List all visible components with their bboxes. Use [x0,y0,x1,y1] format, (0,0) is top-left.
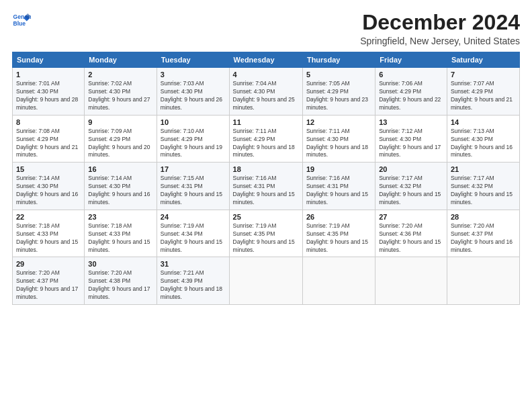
calendar-week-row: 8Sunrise: 7:08 AMSunset: 4:29 PMDaylight… [13,115,520,163]
day-number: 8 [16,118,81,126]
day-info: Sunrise: 7:14 AMSunset: 4:30 PMDaylight:… [88,175,153,207]
day-number: 9 [88,118,153,126]
day-info: Sunrise: 7:20 AMSunset: 4:37 PMDaylight:… [16,269,81,302]
day-number: 24 [161,213,226,221]
calendar-cell: 6Sunrise: 7:06 AMSunset: 4:29 PMDaylight… [375,68,447,116]
day-number: 31 [161,260,226,268]
day-info: Sunrise: 7:18 AMSunset: 4:33 PMDaylight:… [88,222,153,255]
day-of-week-header: Sunday [13,52,85,68]
day-info: Sunrise: 7:21 AMSunset: 4:39 PMDaylight:… [161,269,226,302]
day-number: 29 [16,260,81,268]
svg-text:Blue: Blue [13,20,26,27]
calendar-cell: 14Sunrise: 7:13 AMSunset: 4:30 PMDayligh… [447,115,519,163]
day-info: Sunrise: 7:20 AMSunset: 4:37 PMDaylight:… [451,222,516,255]
day-info: Sunrise: 7:04 AMSunset: 4:30 PMDaylight:… [233,80,299,112]
day-number: 6 [379,71,443,79]
calendar-subtitle: Springfield, New Jersey, United States [360,36,520,46]
calendar-cell: 3Sunrise: 7:03 AMSunset: 4:30 PMDaylight… [157,68,229,116]
day-number: 21 [451,165,516,173]
day-number: 7 [451,71,516,79]
calendar-cell: 16Sunrise: 7:14 AMSunset: 4:30 PMDayligh… [85,163,157,210]
calendar-cell: 15Sunrise: 7:14 AMSunset: 4:30 PMDayligh… [13,163,85,210]
calendar-cell: 20Sunrise: 7:17 AMSunset: 4:32 PMDayligh… [375,163,447,210]
day-number: 28 [451,213,516,221]
page: General Blue December 2024 Springfield, … [0,0,532,411]
day-number: 18 [233,165,299,173]
calendar-week-row: 15Sunrise: 7:14 AMSunset: 4:30 PMDayligh… [13,163,520,210]
title-block: December 2024 Springfield, New Jersey, U… [360,11,520,46]
calendar-cell: 18Sunrise: 7:16 AMSunset: 4:31 PMDayligh… [229,163,302,210]
day-number: 23 [88,213,153,221]
day-of-week-header: Thursday [302,52,375,68]
day-info: Sunrise: 7:19 AMSunset: 4:34 PMDaylight:… [161,222,226,255]
day-number: 20 [379,165,443,173]
day-info: Sunrise: 7:05 AMSunset: 4:29 PMDaylight:… [306,80,371,112]
calendar-cell: 9Sunrise: 7:09 AMSunset: 4:29 PMDaylight… [85,115,157,163]
day-of-week-header: Saturday [447,52,519,68]
day-info: Sunrise: 7:18 AMSunset: 4:33 PMDaylight:… [16,222,81,255]
calendar-cell: 2Sunrise: 7:02 AMSunset: 4:30 PMDaylight… [85,68,157,116]
calendar-cell: 7Sunrise: 7:07 AMSunset: 4:29 PMDaylight… [447,68,519,116]
day-info: Sunrise: 7:16 AMSunset: 4:31 PMDaylight:… [233,175,299,207]
calendar-table: SundayMondayTuesdayWednesdayThursdayFrid… [12,52,520,305]
calendar-cell: 11Sunrise: 7:11 AMSunset: 4:29 PMDayligh… [229,115,302,163]
day-info: Sunrise: 7:11 AMSunset: 4:30 PMDaylight:… [306,128,371,160]
day-info: Sunrise: 7:07 AMSunset: 4:29 PMDaylight:… [451,80,516,112]
day-info: Sunrise: 7:13 AMSunset: 4:30 PMDaylight:… [451,128,516,160]
calendar-cell: 10Sunrise: 7:10 AMSunset: 4:29 PMDayligh… [157,115,229,163]
day-info: Sunrise: 7:16 AMSunset: 4:31 PMDaylight:… [306,175,371,207]
day-number: 26 [306,213,371,221]
day-info: Sunrise: 7:12 AMSunset: 4:30 PMDaylight:… [379,128,443,160]
calendar-cell [229,257,302,305]
day-number: 11 [233,118,299,126]
day-number: 15 [16,165,81,173]
calendar-cell: 4Sunrise: 7:04 AMSunset: 4:30 PMDaylight… [229,68,302,116]
day-number: 3 [161,71,226,79]
day-info: Sunrise: 7:02 AMSunset: 4:30 PMDaylight:… [88,80,153,112]
calendar-cell: 12Sunrise: 7:11 AMSunset: 4:30 PMDayligh… [302,115,375,163]
calendar-title: December 2024 [360,11,520,34]
day-number: 22 [16,213,81,221]
day-number: 13 [379,118,443,126]
calendar-cell: 8Sunrise: 7:08 AMSunset: 4:29 PMDaylight… [13,115,85,163]
calendar-cell: 30Sunrise: 7:20 AMSunset: 4:38 PMDayligh… [85,257,157,305]
day-of-week-header: Monday [85,52,157,68]
day-info: Sunrise: 7:11 AMSunset: 4:29 PMDaylight:… [233,128,299,160]
calendar-cell: 25Sunrise: 7:19 AMSunset: 4:35 PMDayligh… [229,210,302,257]
day-number: 4 [233,71,299,79]
day-number: 16 [88,165,153,173]
day-number: 5 [306,71,371,79]
day-info: Sunrise: 7:19 AMSunset: 4:35 PMDaylight:… [306,222,371,255]
day-number: 14 [451,118,516,126]
calendar-cell: 13Sunrise: 7:12 AMSunset: 4:30 PMDayligh… [375,115,447,163]
day-info: Sunrise: 7:06 AMSunset: 4:29 PMDaylight:… [379,80,443,112]
day-of-week-header: Wednesday [229,52,302,68]
day-number: 1 [16,71,81,79]
day-info: Sunrise: 7:20 AMSunset: 4:36 PMDaylight:… [379,222,443,255]
day-info: Sunrise: 7:14 AMSunset: 4:30 PMDaylight:… [16,175,81,207]
day-of-week-header: Friday [375,52,447,68]
day-info: Sunrise: 7:09 AMSunset: 4:29 PMDaylight:… [88,128,153,160]
day-number: 19 [306,165,371,173]
calendar-header-row: SundayMondayTuesdayWednesdayThursdayFrid… [13,52,520,68]
calendar-cell: 23Sunrise: 7:18 AMSunset: 4:33 PMDayligh… [85,210,157,257]
calendar-cell: 31Sunrise: 7:21 AMSunset: 4:39 PMDayligh… [157,257,229,305]
day-info: Sunrise: 7:01 AMSunset: 4:30 PMDaylight:… [16,80,81,112]
day-number: 30 [88,260,153,268]
calendar-cell: 17Sunrise: 7:15 AMSunset: 4:31 PMDayligh… [157,163,229,210]
calendar-cell: 1Sunrise: 7:01 AMSunset: 4:30 PMDaylight… [13,68,85,116]
calendar-cell: 27Sunrise: 7:20 AMSunset: 4:36 PMDayligh… [375,210,447,257]
day-info: Sunrise: 7:20 AMSunset: 4:38 PMDaylight:… [88,269,153,302]
day-info: Sunrise: 7:03 AMSunset: 4:30 PMDaylight:… [161,80,226,112]
calendar-cell: 29Sunrise: 7:20 AMSunset: 4:37 PMDayligh… [13,257,85,305]
calendar-cell: 28Sunrise: 7:20 AMSunset: 4:37 PMDayligh… [447,210,519,257]
calendar-week-row: 29Sunrise: 7:20 AMSunset: 4:37 PMDayligh… [13,257,520,305]
calendar-cell [447,257,519,305]
day-number: 17 [161,165,226,173]
calendar-cell: 21Sunrise: 7:17 AMSunset: 4:32 PMDayligh… [447,163,519,210]
calendar-cell: 19Sunrise: 7:16 AMSunset: 4:31 PMDayligh… [302,163,375,210]
calendar-week-row: 1Sunrise: 7:01 AMSunset: 4:30 PMDaylight… [13,68,520,116]
calendar-cell: 24Sunrise: 7:19 AMSunset: 4:34 PMDayligh… [157,210,229,257]
day-number: 2 [88,71,153,79]
day-info: Sunrise: 7:15 AMSunset: 4:31 PMDaylight:… [161,175,226,207]
